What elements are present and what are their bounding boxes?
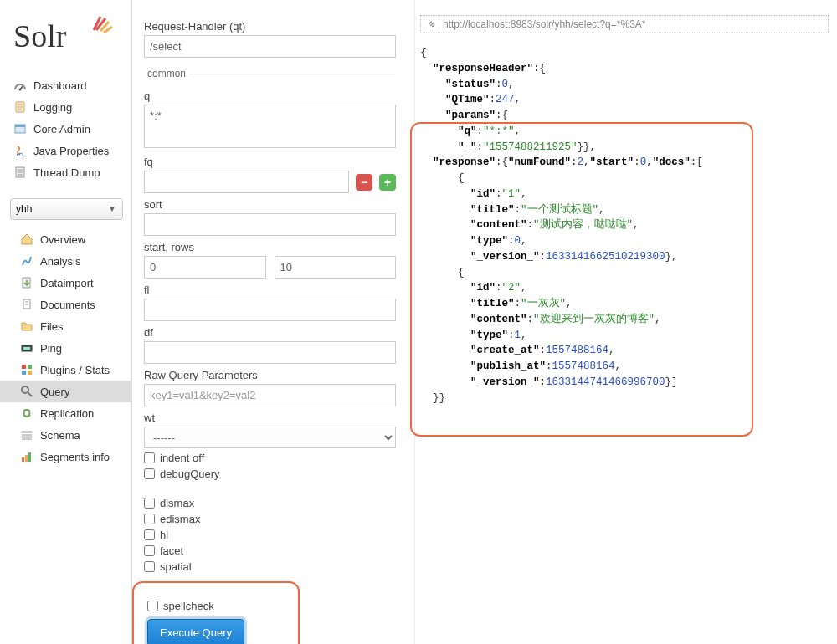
core-nav-ping[interactable]: Ping [0, 337, 131, 359]
nav-label: Plugins / Stats [40, 364, 110, 376]
json-response: { "responseHeader":{ "status":0, "QTime"… [420, 45, 829, 406]
df-label: df [144, 326, 396, 339]
svg-rect-33 [22, 457, 24, 462]
debug-query-row[interactable]: debugQuery [144, 468, 396, 480]
nav-java-properties[interactable]: Java Properties [0, 140, 131, 161]
fq-label: fq [144, 156, 396, 168]
thread-dump-icon [13, 166, 27, 179]
core-nav-dataimport[interactable]: Dataimport [0, 272, 131, 294]
core-nav-replication[interactable]: Replication [0, 402, 131, 424]
analysis-icon [20, 254, 33, 268]
nav-label: Files [40, 320, 63, 333]
rows-input[interactable] [275, 256, 397, 279]
svg-rect-12 [15, 125, 25, 127]
nav-logging[interactable]: Logging [0, 96, 131, 118]
query-form: Request-Handler (qt) common q *:* fq − +… [131, 0, 408, 644]
svg-rect-35 [28, 452, 31, 462]
logo: Solr [0, 8, 131, 69]
nav-label: Logging [33, 101, 72, 114]
link-icon [426, 18, 438, 30]
nav-dashboard[interactable]: Dashboard [0, 74, 131, 96]
spatial-row[interactable]: spatial [144, 560, 396, 573]
common-legend: common [144, 68, 189, 79]
core-nav-plugins[interactable]: Plugins / Stats [0, 359, 131, 381]
segments-icon [20, 450, 33, 463]
q-input[interactable]: *:* [144, 105, 396, 148]
nav-label: Java Properties [33, 145, 109, 157]
nav-label: Replication [40, 407, 94, 420]
java-props-icon [13, 144, 27, 157]
fl-input[interactable] [144, 299, 396, 321]
nav-core-admin[interactable]: Core Admin [0, 118, 131, 140]
core-selector[interactable]: yhh [10, 198, 123, 220]
svg-rect-25 [28, 365, 32, 369]
nav-label: Thread Dump [33, 166, 100, 179]
edismax-checkbox[interactable] [144, 514, 155, 524]
fq-input[interactable] [144, 171, 349, 193]
nav-label: Documents [40, 299, 95, 311]
nav-label: Analysis [40, 255, 80, 268]
nav-label: Dashboard [33, 79, 87, 92]
debug-query-checkbox[interactable] [144, 468, 155, 479]
nav-label: Segments info [40, 451, 110, 463]
solr-logo-icon: Solr [13, 13, 114, 54]
core-nav: Overview Analysis Dataimport Documents F… [0, 225, 131, 468]
fq-add-button[interactable]: + [379, 174, 396, 191]
svg-rect-34 [25, 455, 28, 462]
dismax-row[interactable]: dismax [144, 497, 396, 509]
dismax-checkbox[interactable] [144, 498, 155, 509]
df-input[interactable] [144, 341, 396, 364]
svg-rect-31 [22, 434, 32, 437]
indent-off-row[interactable]: indent off [144, 452, 396, 464]
ping-icon [20, 341, 33, 355]
wt-select[interactable]: ------ [144, 427, 396, 448]
svg-rect-26 [22, 371, 26, 375]
facet-row[interactable]: facet [144, 544, 396, 557]
svg-line-6 [20, 86, 23, 89]
start-rows-label: start, rows [144, 241, 396, 253]
core-nav-files[interactable]: Files [0, 315, 131, 337]
overview-icon [20, 233, 33, 246]
spellcheck-row[interactable]: spellcheck [147, 600, 285, 612]
nav-label: Core Admin [33, 123, 90, 135]
nav-thread-dump[interactable]: Thread Dump [0, 161, 131, 183]
q-label: q [144, 89, 396, 102]
nav-label: Dataimport [40, 277, 94, 289]
edismax-row[interactable]: edismax [144, 513, 396, 525]
query-icon [20, 385, 33, 398]
fq-remove-button[interactable]: − [356, 174, 372, 191]
sidebar: Solr Dashboard Logging Core Admin [0, 0, 131, 644]
result-url-text: http://localhost:8983/solr/yhh/select?q=… [443, 18, 645, 30]
core-admin-icon [13, 122, 27, 135]
core-nav-overview[interactable]: Overview [0, 228, 131, 250]
facet-checkbox[interactable] [144, 545, 155, 556]
files-icon [20, 319, 33, 333]
indent-off-checkbox[interactable] [144, 452, 155, 463]
main-nav: Dashboard Logging Core Admin Java Proper… [0, 69, 131, 195]
hl-checkbox[interactable] [144, 529, 155, 540]
svg-line-29 [28, 392, 32, 396]
plugins-icon [20, 363, 33, 376]
core-nav-documents[interactable]: Documents [0, 294, 131, 315]
hl-row[interactable]: hl [144, 529, 396, 541]
execute-highlight: spellcheck Execute Query [132, 581, 300, 644]
result-url-bar[interactable]: http://localhost:8983/solr/yhh/select?q=… [420, 15, 829, 33]
nav-label: Ping [40, 342, 62, 355]
dataimport-icon [20, 276, 33, 289]
core-nav-segments[interactable]: Segments info [0, 446, 131, 468]
core-nav-schema[interactable]: Schema [0, 424, 131, 446]
sort-input[interactable] [144, 213, 396, 236]
documents-icon [20, 298, 33, 311]
execute-query-button[interactable]: Execute Query [147, 619, 244, 644]
spellcheck-checkbox[interactable] [147, 601, 158, 611]
raw-params-label: Raw Query Parameters [144, 369, 396, 381]
svg-rect-27 [28, 371, 32, 375]
wt-label: wt [144, 411, 396, 424]
raw-params-input[interactable] [144, 384, 396, 406]
request-handler-input[interactable] [144, 35, 396, 58]
svg-rect-24 [22, 365, 26, 369]
spatial-checkbox[interactable] [144, 561, 155, 572]
core-nav-query[interactable]: Query [0, 381, 131, 402]
core-nav-analysis[interactable]: Analysis [0, 250, 131, 272]
start-input[interactable] [144, 256, 266, 279]
